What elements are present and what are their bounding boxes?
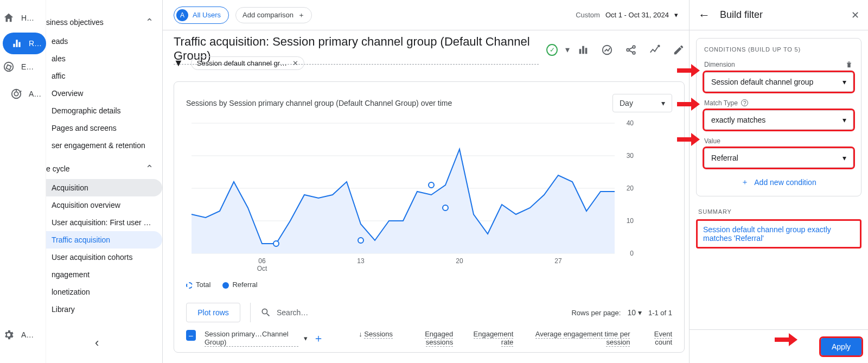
sidenav-cycle[interactable]: e cycle ⌃ <box>46 158 162 179</box>
table-header: – Session primary…Channel Group) ▾ ＋ ↓ S… <box>186 330 672 347</box>
col-engaged[interactable]: Engaged sessions <box>401 330 453 346</box>
svg-marker-30 <box>691 98 700 111</box>
svg-text:20: 20 <box>627 184 634 192</box>
sidenav-leads[interactable]: eads <box>46 33 162 50</box>
svg-point-20 <box>429 182 434 188</box>
svg-marker-34 <box>789 333 797 346</box>
sidenav-demographic[interactable]: Demographic details <box>46 102 162 119</box>
sidenav-acq-overview[interactable]: Acquisition overview <box>46 196 162 214</box>
dimension-label: Dimension <box>704 61 735 68</box>
dimension-column[interactable]: Session primary…Channel Group) ▾ ＋ <box>205 330 324 347</box>
annotation-arrow-icon <box>775 333 797 346</box>
value-select[interactable]: Referral▾ <box>704 148 853 168</box>
sidenav-library[interactable]: Library <box>46 301 162 318</box>
sidenav-acquisition[interactable]: Acquisition <box>46 179 162 196</box>
plus-icon: ＋ <box>298 10 305 20</box>
date-range-picker[interactable]: Custom Oct 1 - Oct 31, 2024 ▾ <box>576 11 678 19</box>
svg-text:27: 27 <box>554 257 562 265</box>
bar-chart-icon[interactable] <box>577 44 589 56</box>
svg-text:06: 06 <box>258 257 266 265</box>
col-eng-rate[interactable]: Engagement rate <box>462 330 513 346</box>
legend-referral[interactable]: Referral <box>222 281 257 289</box>
date-custom-label: Custom <box>576 11 600 19</box>
svg-marker-32 <box>691 133 700 146</box>
close-icon[interactable]: ✕ <box>851 9 859 21</box>
sidenav-pages-screens[interactable]: Pages and screens <box>46 119 162 137</box>
page-actions <box>577 44 685 56</box>
granularity-select[interactable]: Day ▾ <box>612 94 672 112</box>
status-ok-icon[interactable]: ✓ <box>546 44 558 56</box>
nav-explore-label: Ex… <box>21 62 35 71</box>
col-event[interactable]: Event count <box>639 330 672 346</box>
nav-reports[interactable]: R… <box>3 33 46 54</box>
sidenav-traffic-overview[interactable]: Overview <box>46 85 162 102</box>
insights-icon[interactable] <box>649 44 661 56</box>
match-label-row: Match Type ? <box>704 99 853 107</box>
sidenav-heading-label: siness objectives <box>46 18 145 27</box>
svg-point-19 <box>358 238 363 243</box>
granularity-value: Day <box>620 99 633 107</box>
rpp-select[interactable]: 10 ▾ <box>627 308 641 317</box>
sidenav-user-engagement[interactable]: ser engagement & retention <box>46 137 162 154</box>
chevron-down-icon[interactable]: ▾ <box>565 44 570 55</box>
svg-rect-31 <box>677 137 691 142</box>
top-bar: A All Users Add comparison ＋ Custom Oct … <box>163 0 689 30</box>
edit-icon[interactable] <box>673 44 685 56</box>
plus-icon[interactable]: ＋ <box>313 331 324 346</box>
delete-icon[interactable] <box>845 60 853 69</box>
svg-text:Oct: Oct <box>257 265 267 272</box>
svg-text:0: 0 <box>630 250 634 257</box>
sidenav-traffic[interactable]: affic <box>46 67 162 85</box>
left-icon-rail: H… R… Ex… A… A… <box>0 0 46 363</box>
chevron-down-icon: ▾ <box>304 334 308 342</box>
svg-point-18 <box>273 241 279 246</box>
svg-rect-29 <box>677 102 691 106</box>
close-icon[interactable]: ✕ <box>292 59 298 67</box>
rpp-label: Rows per page: <box>571 309 621 317</box>
plot-rows-button[interactable]: Plot rows <box>186 303 240 322</box>
scatter-icon[interactable] <box>601 44 613 56</box>
col-avg-eng[interactable]: Average engagement time per session <box>522 330 630 346</box>
sidenav-engagement[interactable]: ngagement <box>46 266 162 283</box>
sidenav-heading[interactable]: siness objectives ⌃ <box>46 12 162 33</box>
add-comparison-label: Add comparison <box>242 11 293 19</box>
sidenav-monetization[interactable]: lonetization <box>46 283 162 301</box>
indeterminate-checkbox[interactable]: – <box>186 330 196 341</box>
value-label: Value <box>704 137 720 145</box>
nav-admin[interactable]: A… <box>3 329 34 341</box>
sidenav-user-acq[interactable]: User acquisition: First user … <box>46 214 162 231</box>
chip-all-users-label: All Users <box>193 11 221 19</box>
nav-home-label: H… <box>21 14 34 22</box>
nav-advertising[interactable]: A… <box>3 85 43 103</box>
filter-chip[interactable]: Session default channel gr… ✕ <box>191 56 304 70</box>
legend-total[interactable]: Total <box>186 281 210 289</box>
nav-explore[interactable]: Ex… <box>3 61 35 73</box>
sidenav-collapse[interactable]: ‹ <box>95 336 99 350</box>
svg-text:40: 40 <box>627 119 634 127</box>
svg-rect-27 <box>677 68 691 73</box>
sidenav-traffic-acq[interactable]: Traffic acquisition <box>46 231 162 249</box>
col-sessions[interactable]: ↓ Sessions <box>341 330 393 338</box>
search-input[interactable]: Search… <box>260 307 308 318</box>
match-select[interactable]: exactly matches▾ <box>704 110 853 130</box>
panel-title: Build filter <box>720 9 763 21</box>
value-label-row: Value <box>704 137 853 145</box>
svg-marker-28 <box>691 64 700 77</box>
apply-button[interactable]: Apply <box>821 338 861 355</box>
dimension-select[interactable]: Session default channel group▾ <box>704 72 853 92</box>
filter-chip-row: ▼ Session default channel gr… ✕ <box>174 56 304 70</box>
add-condition-button[interactable]: ＋ Add new condition <box>704 177 853 187</box>
sidenav-user-acq-cohorts[interactable]: User acquisition cohorts <box>46 249 162 266</box>
chevron-down-icon: ▾ <box>674 11 678 19</box>
chip-all-users[interactable]: A All Users <box>174 7 229 24</box>
nav-home[interactable]: H… <box>3 12 34 24</box>
annotation-arrow-icon <box>677 64 700 77</box>
sidenav-sales[interactable]: ales <box>46 50 162 67</box>
nav-reports-label: R… <box>29 39 42 48</box>
help-icon[interactable]: ? <box>741 99 748 106</box>
nav-adv-label: A… <box>29 90 41 98</box>
filter-icon[interactable]: ▼ <box>174 58 183 69</box>
add-comparison-button[interactable]: Add comparison ＋ <box>235 7 312 23</box>
back-arrow-icon[interactable]: ← <box>698 8 710 22</box>
share-icon[interactable] <box>625 44 637 56</box>
